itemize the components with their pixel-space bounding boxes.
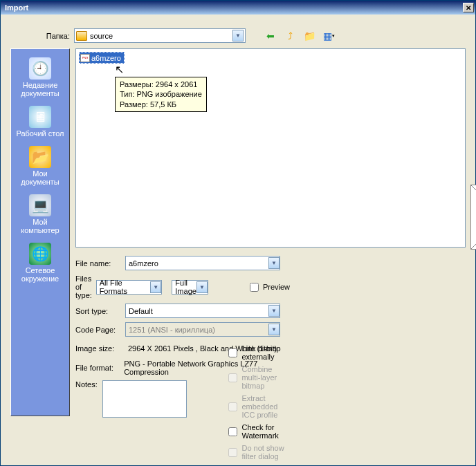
extract-icc-checkbox: Extract embedded ICC profile bbox=[228, 394, 290, 419]
up-icon[interactable]: ⤴ bbox=[283, 29, 297, 43]
documents-icon: 📂 bbox=[29, 146, 51, 168]
file-item-selected[interactable]: PNG a6mzero bbox=[79, 52, 125, 64]
filetype-label: Files of type: bbox=[75, 274, 96, 299]
sidebar-network[interactable]: 🌐 Сетевое окружение bbox=[12, 240, 68, 286]
imagesize-label: Image size: bbox=[75, 344, 125, 353]
sidebar-recent[interactable]: 🕘 Недавние документы bbox=[12, 55, 68, 100]
codepage-label: Code Page: bbox=[75, 326, 125, 334]
watermark-checkbox[interactable]: Check for Watermark bbox=[228, 423, 290, 440]
png-thumb-icon: PNG bbox=[80, 54, 90, 62]
cursor-icon: ↖ bbox=[115, 63, 124, 76]
recent-icon: 🕘 bbox=[29, 57, 51, 80]
computer-icon: 💻 bbox=[29, 194, 51, 216]
sidebar-documents[interactable]: 📂 Мои документы bbox=[12, 143, 68, 189]
notes-box bbox=[102, 380, 187, 418]
chevron-down-icon[interactable]: ▼ bbox=[196, 281, 208, 293]
folder-label: Папка: bbox=[10, 32, 70, 40]
desktop-icon: 🖥 bbox=[29, 106, 51, 128]
notes-label: Notes: bbox=[75, 380, 102, 389]
fileformat-label: File format: bbox=[75, 364, 121, 372]
file-item-label: a6mzero bbox=[91, 54, 121, 62]
new-folder-icon[interactable]: 📁 bbox=[302, 29, 316, 43]
close-icon[interactable]: ✕ bbox=[463, 3, 474, 12]
chevron-down-icon[interactable]: ▼ bbox=[150, 281, 161, 293]
link-externally-checkbox[interactable]: Link bitmap externally bbox=[228, 344, 290, 361]
nofilter-checkbox: Do not show filter dialog bbox=[228, 444, 290, 460]
filename-input[interactable]: a6mzero ▼ bbox=[125, 256, 280, 270]
filetype-select[interactable]: All File Formats ▼ bbox=[96, 280, 163, 295]
sidebar-computer[interactable]: 💻 Мой компьютер bbox=[12, 192, 68, 237]
titlebar[interactable]: Import ✕ bbox=[1, 1, 475, 15]
places-sidebar: 🕘 Недавние документы 🖥 Рабочий стол 📂 Мо… bbox=[10, 48, 70, 416]
sidebar-desktop[interactable]: 🖥 Рабочий стол bbox=[12, 103, 68, 140]
file-list[interactable]: PNG a6mzero ↖ Размеры: 2964 x 2061 Тип: … bbox=[75, 48, 466, 248]
window-title: Import bbox=[2, 3, 463, 12]
preview-checkbox[interactable]: Preview bbox=[250, 283, 290, 292]
chevron-down-icon[interactable]: ▼ bbox=[268, 305, 280, 317]
folder-icon bbox=[76, 31, 87, 41]
codepage-select: 1251 (ANSI - кириллица) ▼ bbox=[125, 322, 280, 337]
chevron-down-icon: ▼ bbox=[268, 324, 280, 335]
back-icon[interactable]: ⬅ bbox=[264, 29, 277, 43]
folder-value: source bbox=[90, 32, 232, 40]
filename-label: File name: bbox=[75, 259, 125, 268]
chevron-down-icon[interactable]: ▼ bbox=[268, 257, 280, 269]
sorttype-label: Sort type: bbox=[75, 307, 125, 315]
combine-checkbox: Combine multi-layer bitmap bbox=[228, 365, 290, 390]
view-menu-icon[interactable]: ▦▾ bbox=[322, 29, 336, 43]
import-dialog: Import ✕ Папка: source ▼ ⬅ ⤴ 📁 ▦▾ 🕘 Неда… bbox=[0, 0, 476, 466]
preview-thumbnail bbox=[470, 185, 476, 250]
sorttype-select[interactable]: Default ▼ bbox=[125, 304, 280, 318]
chevron-down-icon[interactable]: ▼ bbox=[232, 30, 244, 41]
fullimage-select[interactable]: Full Image ▼ bbox=[172, 280, 208, 295]
folder-select[interactable]: source ▼ bbox=[74, 28, 246, 43]
file-tooltip: Размеры: 2964 x 2061 Тип: PNG изображени… bbox=[115, 77, 207, 112]
network-icon: 🌐 bbox=[29, 243, 51, 265]
